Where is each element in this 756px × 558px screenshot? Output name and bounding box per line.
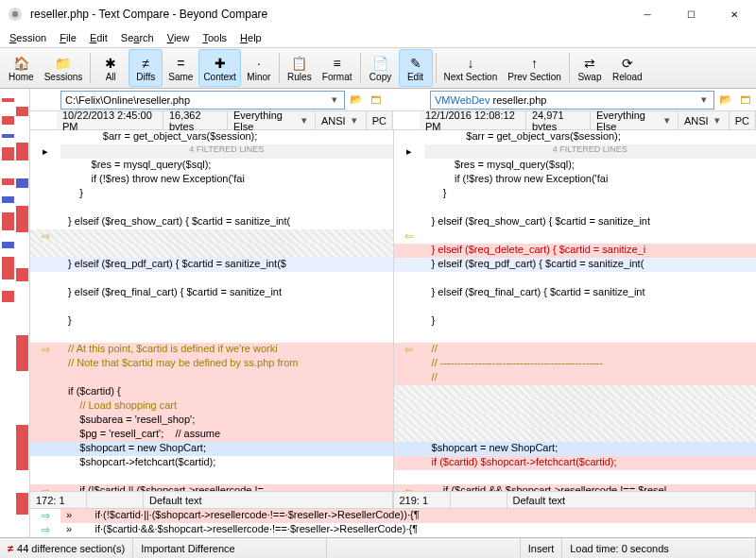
menu-view[interactable]: View: [162, 30, 196, 45]
menu-file[interactable]: File: [54, 30, 82, 45]
toolbar-sessions[interactable]: 📁Sessions: [40, 49, 88, 87]
left-lineend[interactable]: PC: [367, 111, 393, 129]
status-load: Load time: 0 seconds: [562, 538, 756, 558]
toolbar-diffs[interactable]: ≠Diffs: [129, 49, 163, 87]
next section-icon: ↓: [461, 55, 480, 72]
menu-bar: Session File Edit Search View Tools Help: [0, 28, 756, 47]
code-split: $arr = get_object_vars($session); ▸4 FIL…: [30, 130, 756, 508]
toolbar-rules[interactable]: 📋Rules: [283, 49, 317, 87]
left-code[interactable]: $arr = get_object_vars($session); ▸4 FIL…: [30, 130, 393, 491]
left-bytes: 16,362 bytes: [163, 111, 228, 129]
explorer-icon[interactable]: 🗔: [368, 93, 383, 108]
copy-icon: 📄: [371, 55, 390, 72]
right-stat: Default text: [507, 492, 757, 508]
toolbar-next-section[interactable]: ↓Next Section: [439, 49, 503, 87]
toolbar-same[interactable]: =Same: [163, 49, 198, 87]
right-charset[interactable]: ANSI ▾: [679, 111, 730, 129]
right-code[interactable]: $arr = get_object_vars($session); ▸4 FIL…: [394, 130, 757, 491]
path-row: C:\Felix\Online\reseller.php▾ 📂🗔 VMWebDe…: [30, 89, 756, 111]
menu-tools[interactable]: Tools: [197, 30, 232, 45]
info-row: 10/22/2013 2:45:00 PM 16,362 bytes Every…: [30, 111, 756, 130]
thumbnail-column[interactable]: [0, 89, 30, 537]
toolbar-minor[interactable]: ·Minor: [242, 49, 276, 87]
status-diffs: ≠44 difference section(s): [0, 538, 133, 558]
right-date: 12/1/2016 12:08:12 PM: [420, 111, 526, 129]
diffs-icon: ≠: [136, 55, 155, 72]
right-lineend[interactable]: PC: [730, 111, 756, 129]
status-insert: Insert: [521, 538, 563, 558]
title-bar: reseller.php - Text Compare - Beyond Com…: [0, 0, 756, 28]
toolbar-format[interactable]: ≡Format: [318, 49, 357, 87]
main-panels: C:\Felix\Online\reseller.php▾ 📂🗔 VMWebDe…: [0, 89, 756, 537]
toolbar-context[interactable]: ✚Context: [198, 49, 240, 87]
toolbar-edit[interactable]: ✎Edit: [399, 49, 433, 87]
left-stat: Default text: [144, 492, 393, 508]
folder-open-icon[interactable]: 📂: [349, 93, 364, 108]
toolbar-home[interactable]: 🏠Home: [4, 49, 39, 87]
explorer-icon[interactable]: 🗔: [737, 93, 752, 108]
reload-icon: ⟳: [618, 55, 637, 72]
status-kind: Important Difference: [133, 538, 327, 558]
menu-search[interactable]: Search: [115, 30, 160, 45]
home-icon: 🏠: [11, 55, 30, 72]
prev section-icon: ↑: [525, 55, 544, 72]
all-icon: ✱: [101, 55, 120, 72]
folder-open-icon[interactable]: 📂: [718, 93, 733, 108]
menu-help[interactable]: Help: [234, 30, 267, 45]
right-pane: $arr = get_object_vars($session); ▸4 FIL…: [394, 130, 757, 508]
diff-line-a: » if·(!$cartid·||·($shopcart->resellerco…: [60, 509, 756, 523]
left-path-input[interactable]: C:\Felix\Online\reseller.php▾: [60, 91, 345, 110]
left-date: 10/22/2013 2:45:00 PM: [57, 111, 163, 129]
minor-icon: ·: [249, 55, 268, 72]
right-bytes: 24,971 bytes: [526, 111, 591, 129]
right-filter[interactable]: Everything Else ▾: [591, 111, 679, 129]
left-filter[interactable]: Everything Else ▾: [228, 111, 316, 129]
close-button[interactable]: ✕: [713, 0, 756, 28]
same-icon: =: [171, 55, 190, 72]
format-icon: ≡: [328, 55, 347, 72]
inline-diff: ⇨» if·(!$cartid·||·($shopcart->resellerc…: [30, 508, 756, 537]
toolbar-prev-section[interactable]: ↑Prev Section: [503, 49, 566, 87]
context-icon: ✚: [211, 55, 230, 72]
sessions-icon: 📁: [54, 55, 73, 72]
edit-icon: ✎: [406, 55, 425, 72]
diff-line-b: » if·($cartid·&&·$shopcart->resellercode…: [60, 523, 756, 537]
toolbar-copy[interactable]: 📄Copy: [364, 49, 398, 87]
toolbar-reload[interactable]: ⟳Reload: [608, 49, 647, 87]
left-charset[interactable]: ANSI ▾: [316, 111, 367, 129]
app-icon: [8, 7, 23, 22]
left-pos: 172: 1: [30, 492, 87, 508]
swap-icon: ⇄: [580, 55, 599, 72]
window-title: reseller.php - Text Compare - Beyond Com…: [30, 8, 626, 21]
toolbar-swap[interactable]: ⇄Swap: [573, 49, 607, 87]
status-bar: ≠44 difference section(s) Important Diff…: [0, 537, 756, 558]
menu-edit[interactable]: Edit: [84, 30, 113, 45]
maximize-button[interactable]: ☐: [669, 0, 713, 28]
minimize-button[interactable]: ─: [626, 0, 669, 28]
right-path-input[interactable]: VMWebDev reseller.php▾: [430, 91, 714, 110]
right-pos: 219: 1: [394, 492, 451, 508]
left-pane: $arr = get_object_vars($session); ▸4 FIL…: [30, 130, 394, 508]
rules-icon: 📋: [290, 55, 309, 72]
toolbar-all[interactable]: ✱All: [94, 49, 128, 87]
menu-session[interactable]: Session: [4, 30, 52, 45]
toolbar: 🏠Home📁Sessions✱All≠Diffs=Same✚Context·Mi…: [0, 47, 756, 89]
